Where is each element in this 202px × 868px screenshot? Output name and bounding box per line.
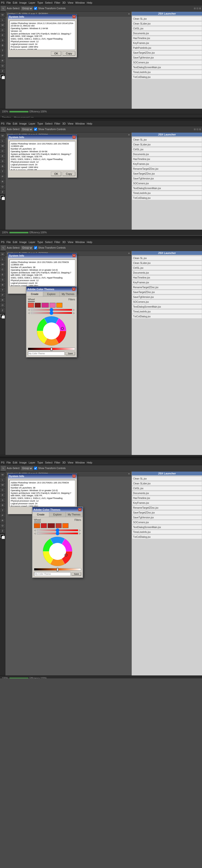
jsx-item-clean-slider-3[interactable]: Clean SLider.jsx (132, 261, 202, 265)
jsx-item-savetargetzdoc-3[interactable]: SaveTargetZDoc.jsx (132, 290, 202, 294)
auto-select-dropdown-4[interactable]: Group (21, 466, 33, 470)
jsx-item-ctrlsl-3[interactable]: CtrlSL.jsx (132, 266, 202, 270)
jsx-item-keyframes-2[interactable]: KeyFrames.jsx (132, 162, 202, 166)
menu-window[interactable]: Window (75, 1, 85, 4)
tool-1[interactable]: M (0, 12, 5, 17)
jsx-item-ctrlsl-2[interactable]: CtrlSL.jsx (132, 147, 202, 152)
tool-2-2[interactable]: L (0, 138, 5, 143)
theme-save-btn-4[interactable]: Save (72, 572, 81, 576)
tool-move-3[interactable]: ↖ (1, 245, 6, 250)
canvas-close-2[interactable]: × (128, 133, 130, 136)
menu-layer-3[interactable]: Layer (29, 241, 35, 244)
menu-layer-2[interactable]: Layer (29, 122, 35, 125)
tool-7[interactable]: B (0, 43, 5, 48)
jsx-item-socorners-3[interactable]: SOCorners.jsx (132, 300, 202, 304)
jsx-item-renametarget-3[interactable]: RenameTargetZDoc.jsx (132, 285, 202, 289)
menu-ps-4[interactable]: PS (1, 461, 5, 464)
jsx-item-ctrlsl-4[interactable]: CtrlSL.jsx (132, 486, 202, 491)
jsx-item-socorners-1[interactable]: SOCorners.jsx (132, 60, 202, 65)
swatch-purple-3[interactable] (41, 303, 49, 308)
tool-9[interactable]: P (0, 54, 5, 58)
tool-3-8[interactable]: T (0, 288, 5, 292)
tool-6[interactable]: S (0, 38, 5, 42)
jsx-item-clean-slider-4[interactable]: Clean SLider.jsx (132, 481, 202, 486)
jsx-item-timelineinfo-2[interactable]: TimeLineInfo.jsx (132, 191, 202, 195)
tool-3-9[interactable]: P (0, 293, 5, 297)
jsx-item-savetgtversion-1[interactable]: SaveTgtVersion.jsx (132, 55, 202, 60)
tab-mythemes-3[interactable]: My Themes (60, 291, 76, 297)
menu-3d[interactable]: 3D (62, 1, 66, 4)
tool-4-9[interactable]: P (0, 513, 5, 518)
menu-edit-4[interactable]: Edit (13, 461, 17, 464)
menu-type[interactable]: Type (37, 1, 43, 4)
menu-view-2[interactable]: View (67, 122, 73, 125)
tool-3[interactable]: W (0, 23, 5, 27)
jsx-item-txtcoldialog-1[interactable]: TxtColDialog.jsx (132, 75, 202, 79)
menu-file-4[interactable]: File (6, 461, 11, 464)
tool-2-8[interactable]: T (0, 169, 5, 174)
jsx-item-ctrlsl-1[interactable]: CtrlSL.jsx (132, 26, 202, 31)
filters-tab-3[interactable]: Filters (68, 298, 75, 302)
brightness-handle-4[interactable] (57, 568, 59, 571)
slider-2-3[interactable] (31, 312, 72, 314)
measurement-tab-1[interactable]: Measurement Log (14, 116, 34, 119)
tool-3-6[interactable]: S (0, 278, 5, 282)
tool-2-4[interactable]: C (0, 149, 5, 153)
jsx-item-documents-2[interactable]: Documents.jsx (132, 152, 202, 156)
menu-help[interactable]: Help (87, 1, 92, 4)
tool-2-9[interactable]: P (0, 174, 5, 179)
jsx-item-renametarget-4[interactable]: RenameTargetZDoc.jsx (132, 505, 202, 510)
menu-select-4[interactable]: Select (45, 461, 53, 464)
tool-4-10[interactable]: R (0, 518, 5, 523)
jsx-item-textdialog-4[interactable]: TextDialogScreenMain.jsx (132, 525, 202, 529)
tool-10[interactable]: R (0, 59, 5, 63)
canvas-close-1[interactable]: × (128, 12, 130, 15)
swatch-red-4[interactable] (41, 523, 47, 528)
jsx-item-documents-3[interactable]: Documents.jsx (132, 271, 202, 275)
menu-image[interactable]: Image (19, 1, 27, 4)
tab-mythemes-4[interactable]: My Themes (66, 512, 82, 517)
menu-filter[interactable]: Filter (55, 1, 60, 4)
tool-4-3[interactable]: W (0, 483, 5, 487)
tool-4-5[interactable]: E (0, 493, 5, 497)
jsx-item-clean-slider-1[interactable]: Clean SLider.jsx (132, 21, 202, 26)
dialog-close-btn-1[interactable]: × (72, 15, 76, 19)
jsx-item-txtcoldialog-2[interactable]: TxtColDialog.jsx (132, 196, 202, 200)
tool-2-1[interactable]: M (0, 133, 5, 138)
dialog-ok-btn-2[interactable]: OK (51, 172, 61, 176)
jsx-item-textdialog-2[interactable]: TextDialogScreenMain.jsx (132, 186, 202, 190)
menu-help-3[interactable]: Help (87, 241, 92, 244)
jsx-item-savetargetzdoc-4[interactable]: SaveTargetZDoc.jsx (132, 510, 202, 515)
jsx-item-hastimeline-3[interactable]: HasTimeline.jsx (132, 275, 202, 280)
menu-view-3[interactable]: View (67, 241, 73, 244)
dialog-close-btn-3[interactable]: × (72, 254, 76, 257)
menu-image-2[interactable]: Image (19, 122, 27, 125)
tool-3-2[interactable]: L (0, 257, 5, 261)
color-theme-close-3[interactable]: × (72, 287, 75, 291)
menu-type-2[interactable]: Type (37, 122, 43, 125)
menu-3d-4[interactable]: 3D (62, 461, 66, 464)
slider-2-4[interactable] (37, 532, 78, 534)
jsx-item-timelineinfo-3[interactable]: TimeLineInfo.jsx (132, 309, 202, 314)
jsx-item-savetargetzdoc-1[interactable]: SaveTargetZDoc.jsx (132, 51, 202, 55)
tool-2-10[interactable]: R (0, 179, 5, 184)
menu-filter-3[interactable]: Filter (55, 241, 60, 244)
menu-edit-2[interactable]: Edit (13, 122, 17, 125)
tool-3-10[interactable]: R (0, 298, 5, 302)
tool-2-7[interactable]: B (0, 164, 5, 168)
tool-4-6[interactable]: S (0, 498, 5, 502)
menu-select[interactable]: Select (45, 1, 53, 4)
auto-select-dropdown-3[interactable]: Group (21, 246, 33, 250)
tool-11[interactable]: O (0, 64, 5, 68)
menu-view[interactable]: View (67, 1, 73, 4)
tool-3-7[interactable]: B (0, 283, 5, 287)
jsx-item-timelineinfo-4[interactable]: TimeLineInfo.jsx (132, 530, 202, 534)
slider-1-4[interactable] (37, 529, 78, 531)
tool-2-12[interactable]: Z (0, 190, 5, 194)
tool-3-4[interactable]: C (0, 267, 5, 272)
jsx-item-clean-slider-2[interactable]: Clean SLider.jsx (132, 142, 202, 147)
tool-2-3[interactable]: W (0, 144, 5, 148)
tool-2-6[interactable]: S (0, 159, 5, 163)
jsx-item-documents-4[interactable]: Documents.jsx (132, 491, 202, 495)
tool-4-1[interactable]: M (0, 472, 5, 477)
